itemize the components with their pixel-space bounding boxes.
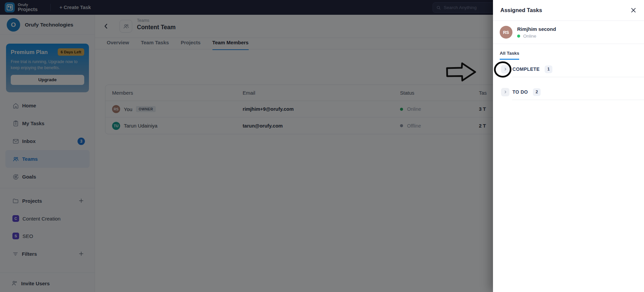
chevron-right-icon [503,67,507,71]
panel-header: Assigned Tasks [493,0,644,21]
section-complete[interactable]: COMPLETE 1 [493,61,644,77]
assignee-status: Online [523,34,536,39]
section-label: TO DO [512,89,528,95]
panel-tabs: All Tasks [493,44,644,60]
online-status-dot [517,35,520,38]
chevron-right-icon [503,90,507,94]
app-root: Orufy Projects + Create Task O Orufy Tec… [0,0,644,292]
close-icon [630,7,637,13]
expand-complete-button[interactable] [501,65,509,74]
expand-todo-button[interactable] [501,88,509,96]
section-count-badge: 1 [545,65,552,73]
assigned-tasks-panel: Assigned Tasks RS Rimjhim second Online … [493,0,644,292]
section-count-badge: 2 [533,88,541,96]
task-sections: COMPLETE 1 TO DO 2 [493,61,644,100]
section-todo[interactable]: TO DO 2 [493,84,644,100]
assignee-card: RS Rimjhim second Online [493,21,644,44]
assignee-name: Rimjhim second [517,26,556,32]
close-button[interactable] [630,7,637,13]
panel-title: Assigned Tasks [500,7,542,13]
section-label: COMPLETE [512,66,540,72]
section-divider [512,100,644,100]
assignee-avatar: RS [500,26,512,39]
tab-all-tasks[interactable]: All Tasks [500,51,519,60]
